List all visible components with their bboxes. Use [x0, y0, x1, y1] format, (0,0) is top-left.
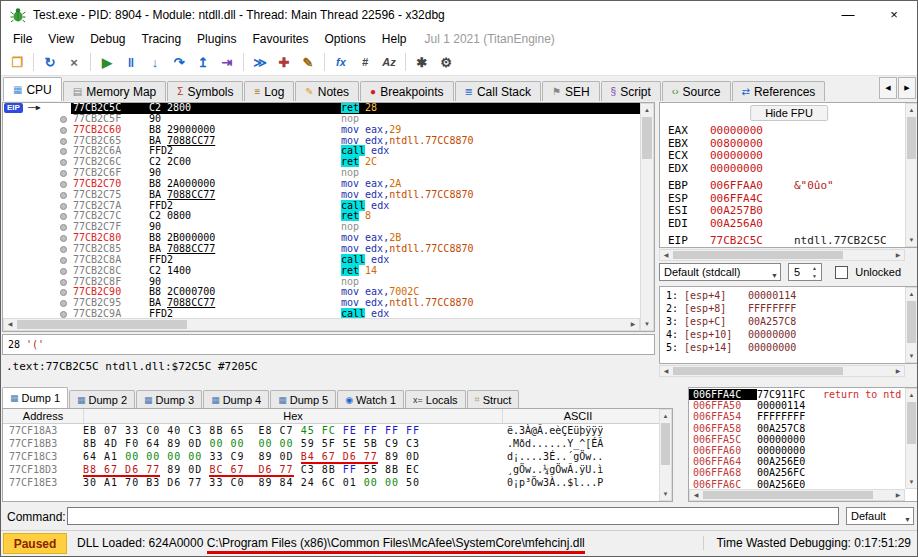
- scroll-up-icon[interactable]: ▲: [906, 389, 917, 401]
- trace-into-button[interactable]: ≫: [249, 51, 271, 73]
- tab-script[interactable]: §Script: [601, 81, 661, 101]
- patch-button[interactable]: ✎: [297, 51, 319, 73]
- calculator-button[interactable]: fx: [330, 51, 352, 73]
- breakpoint-gutter[interactable]: [55, 222, 71, 233]
- tab-watch-1[interactable]: ◉Watch 1: [337, 390, 404, 408]
- stack-vertical-scrollbar[interactable]: ▲▼: [905, 388, 918, 489]
- arguments-vertical-scrollbar[interactable]: ▲▼: [905, 287, 918, 363]
- spin-up-icon[interactable]: ▲: [809, 264, 820, 272]
- step-over-button[interactable]: ↷: [168, 51, 190, 73]
- scrollbar-thumb[interactable]: [907, 402, 916, 444]
- tab-locals[interactable]: x=Locals: [405, 390, 466, 408]
- breakpoint-dot-icon[interactable]: [60, 279, 67, 286]
- mnemonic-help-button[interactable]: ✱: [411, 51, 433, 73]
- dump-row[interactable]: 77CF18C364 A1 00 00 00 00 33 C9 89 0D B4…: [3, 450, 658, 463]
- command-type-select[interactable]: Default ▼: [846, 507, 914, 525]
- breakpoint-gutter[interactable]: [55, 190, 71, 201]
- breakpoint-gutter[interactable]: [55, 255, 71, 266]
- tab-dump-5[interactable]: ▦Dump 5: [270, 390, 336, 408]
- stack-row[interactable]: 006FFA6000000000: [689, 445, 904, 456]
- case-convert-button[interactable]: Az: [378, 51, 400, 73]
- dump-vertical-scrollbar[interactable]: ▲▼: [659, 409, 672, 501]
- register-esp[interactable]: ESP006FFA4C: [660, 193, 904, 206]
- menu-tracing[interactable]: Tracing: [134, 30, 190, 48]
- inject-button[interactable]: ✚: [273, 51, 295, 73]
- breakpoint-dot-icon[interactable]: [60, 192, 67, 199]
- hash-button[interactable]: #: [354, 51, 376, 73]
- breakpoint-gutter[interactable]: [55, 201, 71, 212]
- tab-call-stack[interactable]: ≣Call Stack: [455, 81, 541, 101]
- scrollbar-thumb[interactable]: [703, 491, 873, 499]
- stack-argument-row[interactable]: 3: [esp+C]00A257C8: [660, 315, 904, 328]
- execute-till-return-button[interactable]: ↥: [192, 51, 214, 73]
- calling-convention-select[interactable]: Default (stdcall) ▼: [659, 263, 781, 281]
- tab-memory-map[interactable]: ▤Memory Map: [63, 81, 166, 101]
- scrollbar-thumb[interactable]: [17, 320, 187, 329]
- stack-horizontal-scrollbar[interactable]: ◀▶: [689, 489, 905, 501]
- stack-row[interactable]: 006FFA6800A256FC: [689, 467, 904, 478]
- title-bar[interactable]: Test.exe - PID: 8904 - Module: ntdll.dll…: [1, 1, 917, 29]
- register-ebx[interactable]: EBX00800000: [660, 138, 904, 151]
- menu-file[interactable]: File: [5, 30, 40, 48]
- stack-argument-row[interactable]: 5: [esp+14]00000000: [660, 341, 904, 354]
- breakpoint-dot-icon[interactable]: [60, 138, 67, 145]
- breakpoint-dot-icon[interactable]: [60, 300, 67, 307]
- breakpoint-gutter[interactable]: [55, 277, 71, 288]
- scrollbar-thumb[interactable]: [673, 251, 843, 259]
- tab-struct[interactable]: ⌗Struct: [467, 390, 520, 408]
- stack-row[interactable]: 006FFA54FFFFFFFF: [689, 411, 904, 422]
- stack-row[interactable]: 006FFA5000000114: [689, 400, 904, 411]
- tab-log[interactable]: ≡Log: [244, 81, 294, 101]
- settings-button[interactable]: ⚙: [435, 51, 457, 73]
- hide-fpu-button[interactable]: Hide FPU: [750, 105, 828, 121]
- tab-dump-1[interactable]: ▦Dump 1: [2, 387, 68, 408]
- scrollbar-thumb[interactable]: [642, 117, 652, 159]
- tab-references[interactable]: ⇄References: [732, 81, 826, 101]
- registers-horizontal-scrollbar[interactable]: ◀▶: [659, 249, 905, 261]
- spinner-buttons[interactable]: ▲ ▼: [809, 264, 820, 280]
- breakpoint-gutter[interactable]: [55, 125, 71, 136]
- minimize-button[interactable]: —: [825, 1, 871, 29]
- arguments-horizontal-scrollbar[interactable]: ◀▶: [659, 365, 905, 377]
- breakpoint-gutter[interactable]: [55, 211, 71, 222]
- tab-dump-3[interactable]: ▦Dump 3: [136, 390, 202, 408]
- register-ebp[interactable]: EBP006FFAA0&"0ûo": [660, 180, 904, 193]
- dump-row[interactable]: 77CF18E330 A1 70 B3 D6 77 33 C0 89 84 24…: [3, 476, 658, 489]
- breakpoint-dot-icon[interactable]: [60, 311, 67, 318]
- tab-notes[interactable]: ✎Notes: [295, 81, 359, 101]
- disassembly-vertical-scrollbar[interactable]: ▲▼: [640, 103, 654, 331]
- breakpoint-dot-icon[interactable]: [60, 289, 67, 296]
- breakpoint-gutter[interactable]: [55, 103, 71, 114]
- scroll-up-icon[interactable]: ▲: [660, 410, 671, 422]
- breakpoint-gutter[interactable]: [55, 136, 71, 147]
- scroll-down-icon[interactable]: ▼: [641, 318, 653, 330]
- tab-breakpoints[interactable]: ●Breakpoints: [360, 81, 453, 101]
- scrollbar-thumb[interactable]: [673, 367, 843, 375]
- register-edi[interactable]: EDI00A256A0: [660, 218, 904, 231]
- menu-view[interactable]: View: [40, 30, 82, 48]
- scroll-down-icon[interactable]: ▼: [660, 488, 671, 500]
- scroll-down-icon[interactable]: ▼: [906, 476, 917, 488]
- breakpoint-gutter[interactable]: [55, 287, 71, 298]
- register-ecx[interactable]: ECX00000000: [660, 150, 904, 163]
- run-to-user-code-button[interactable]: ⇥: [216, 51, 238, 73]
- breakpoint-dot-icon[interactable]: [60, 148, 67, 155]
- scroll-up-icon[interactable]: ▲: [906, 288, 917, 300]
- stack-row[interactable]: 006FFA5C00000000: [689, 434, 904, 445]
- breakpoint-gutter[interactable]: [55, 168, 71, 179]
- scroll-right-icon[interactable]: ▶: [892, 490, 904, 500]
- run-button[interactable]: ▶: [96, 51, 118, 73]
- breakpoint-dot-icon[interactable]: [60, 246, 67, 253]
- breakpoint-gutter[interactable]: [55, 244, 71, 255]
- breakpoint-gutter[interactable]: [55, 233, 71, 244]
- scroll-down-icon[interactable]: ▼: [906, 234, 917, 246]
- tab-scroll-left-button[interactable]: ◀: [879, 77, 897, 99]
- tab-symbols[interactable]: ΣSymbols: [167, 81, 243, 101]
- breakpoint-gutter[interactable]: [55, 157, 71, 168]
- unlocked-checkbox[interactable]: [835, 266, 848, 279]
- spin-down-icon[interactable]: ▼: [809, 272, 820, 280]
- disassembly-horizontal-scrollbar[interactable]: ◀▶: [3, 318, 640, 331]
- scroll-up-icon[interactable]: ▲: [641, 104, 653, 116]
- tab-source[interactable]: ‹›Source: [662, 81, 731, 101]
- tab-dump-2[interactable]: ▦Dump 2: [69, 390, 135, 408]
